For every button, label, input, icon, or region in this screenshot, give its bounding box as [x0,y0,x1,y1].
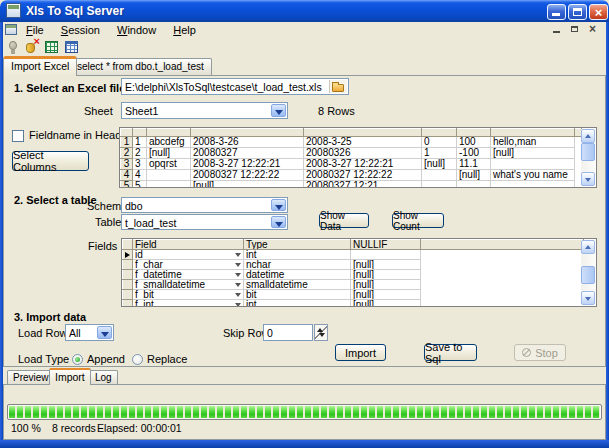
menu-window[interactable]: Window [110,23,163,37]
show-count-button[interactable]: Show Count [392,213,444,228]
preview-cell[interactable]: 2008-3-26 [191,137,304,148]
preview-cell[interactable]: 5 [133,181,147,189]
field-dropdown-icon[interactable] [235,253,241,257]
preview-cell[interactable]: 20080327 [191,148,304,159]
preview-cell[interactable]: [null] [147,148,191,159]
skip-rows-spinner[interactable] [314,324,328,341]
sql-grid-icon[interactable] [64,39,80,55]
tab-select-query[interactable]: select * from dbo.t_load_test [69,58,212,75]
preview-cell[interactable]: what's you name [491,170,575,181]
preview-cell[interactable]: 2 [133,148,147,159]
field-dropdown-icon[interactable] [235,263,241,267]
scroll-up-icon[interactable] [581,240,595,254]
field-dropdown-icon[interactable] [235,303,241,307]
preview-cell[interactable]: 0 [422,137,457,148]
mdi-restore-icon[interactable] [569,24,582,35]
connect-icon[interactable] [5,39,21,55]
disconnect-database-icon[interactable] [24,39,40,55]
mdi-minimize-icon[interactable] [551,24,564,35]
field-type-cell[interactable]: int [244,250,351,260]
fieldname-header-label[interactable]: Fieldname in Header [29,129,131,141]
field-name-cell[interactable]: f_char [133,260,244,270]
schema-combo[interactable]: dbo [121,197,288,213]
preview-cell[interactable]: -100 [457,148,491,159]
replace-label[interactable]: Replace [147,353,187,365]
spin-up-icon[interactable] [317,328,323,332]
scroll-up-icon[interactable] [581,129,595,143]
preview-cell[interactable]: 4 [133,170,147,181]
tab-import[interactable]: Import [49,368,91,385]
field-type-cell[interactable]: datetime [244,270,351,280]
scrollbar-thumb[interactable] [581,266,595,284]
preview-cell[interactable]: [null] [422,159,457,170]
save-to-sql-button[interactable]: Save to Sql [424,344,477,361]
load-rows-combo[interactable]: All [65,324,114,341]
field-name-cell[interactable]: f_smalldatetime [133,280,244,290]
stop-button[interactable]: Stop [514,344,566,361]
scroll-down-icon[interactable] [581,172,595,186]
field-name-cell[interactable]: id [133,250,244,260]
minimize-button[interactable] [547,4,566,20]
preview-cell[interactable]: 2008-3-27 12:22:21 [304,159,422,170]
preview-cell[interactable] [491,181,575,189]
preview-cell[interactable]: 20080326 [304,148,422,159]
tab-preview[interactable]: Preview [7,370,55,384]
sheet-combo[interactable]: Sheet1 [121,102,288,119]
preview-cell[interactable]: 100 [457,137,491,148]
field-dropdown-icon[interactable] [235,273,241,277]
preview-cell[interactable]: 1 [133,137,147,148]
preview-cell[interactable] [491,159,575,170]
preview-cell[interactable] [422,181,457,189]
preview-cell[interactable] [147,170,191,181]
app-icon[interactable] [6,3,21,18]
preview-cell[interactable]: [null] [191,181,304,189]
preview-cell[interactable]: 11.1 [457,159,491,170]
field-type-cell[interactable]: nchar [244,260,351,270]
table-combo[interactable]: t_load_test [121,214,288,230]
chevron-down-icon[interactable] [97,326,112,339]
preview-cell[interactable]: 20080327 12:21 [304,181,422,189]
field-name-cell[interactable]: f_bit [133,290,244,300]
preview-cell[interactable]: abcdefg [147,137,191,148]
preview-cell[interactable]: opqrst [147,159,191,170]
preview-cell[interactable]: 20080327 12:22:22 [304,170,422,181]
tab-import-excel[interactable]: Import Excel [3,56,77,76]
excel-file-icon[interactable] [44,39,60,55]
append-radio[interactable] [72,354,83,365]
menu-session[interactable]: Session [54,23,107,37]
fieldname-header-checkbox[interactable] [12,130,24,142]
spin-down-icon[interactable] [319,333,325,337]
field-dropdown-icon[interactable] [235,293,241,297]
field-nullif-cell[interactable]: [null] [351,300,421,308]
close-button[interactable] [589,4,608,20]
show-data-button[interactable]: Show Data [319,213,369,228]
chevron-down-icon[interactable] [271,104,286,117]
excel-file-input[interactable]: E:\delphi\XlsToSql\testcase\t_load_test.… [121,78,349,95]
field-type-cell[interactable]: int [244,300,351,308]
scrollbar-thumb[interactable] [581,143,595,161]
maximize-button[interactable] [568,4,587,20]
preview-cell[interactable]: 1 [422,148,457,159]
preview-cell[interactable]: 2008-3-27 12:22:21 [191,159,304,170]
browse-file-button[interactable] [329,80,347,93]
field-nullif-cell[interactable]: [null] [351,280,421,290]
tab-log[interactable]: Log [89,370,118,384]
replace-radio[interactable] [132,354,143,365]
chevron-down-icon[interactable] [271,199,286,211]
field-name-cell[interactable]: f_datetime [133,270,244,280]
field-dropdown-icon[interactable] [235,283,241,287]
select-columns-button[interactable]: Select Columns [12,151,89,171]
field-nullif-cell[interactable]: [null] [351,270,421,280]
mdi-close-icon[interactable] [587,24,600,35]
field-nullif-cell[interactable] [351,250,421,260]
preview-cell[interactable]: 3 [133,159,147,170]
skip-rows-input[interactable]: 0 [263,324,313,341]
preview-cell[interactable] [422,170,457,181]
mdi-child-icon[interactable] [5,24,17,35]
field-name-cell[interactable]: f_int [133,300,244,308]
preview-cell[interactable]: 2008-3-25 [304,137,422,148]
preview-cell[interactable]: hello,man [491,137,575,148]
menu-help[interactable]: Help [166,23,203,37]
chevron-down-icon[interactable] [271,216,286,228]
field-nullif-cell[interactable]: [null] [351,260,421,270]
